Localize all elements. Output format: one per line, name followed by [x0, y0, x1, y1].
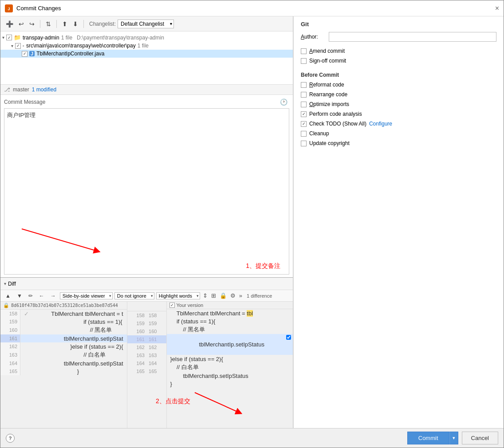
- diff-row: 163 // 白名单: [0, 350, 127, 359]
- tree-item-root-extra: 1 file D:\payment\transpay\transpay-admi…: [61, 35, 164, 41]
- expand-btn[interactable]: ⬇: [71, 20, 80, 28]
- checkbox-root[interactable]: [6, 35, 12, 40]
- diff-two-panel: 🔒 8d610f478b37d14b07c353128ce51ab3be87d5…: [0, 302, 293, 428]
- main-window: J Commit Changes × ➕ ↩ ↪ ⇅ ⬆ ⬇ Changelis…: [0, 0, 504, 448]
- ignore-select[interactable]: Do not ignore: [114, 292, 154, 299]
- tree-item-src[interactable]: ▾ ▪ src\main\java\com\transpay\web\contr…: [0, 42, 293, 50]
- update-copyright-checkbox[interactable]: [301, 141, 307, 146]
- diff-right-row: TblMerchant tblMerchant = tbl: [167, 309, 293, 317]
- rearrange-label: Rearrange code: [309, 91, 347, 98]
- sep2: [56, 20, 57, 28]
- diff-center-gutter: 158 158 159 159 160 160 161 161 162 162 …: [127, 302, 167, 428]
- rearrange-checkbox[interactable]: [301, 92, 307, 98]
- diff-right-row-modified: tblMerchantIp.setIpStatus: [167, 334, 293, 355]
- main-content: ➕ ↩ ↪ ⇅ ⬆ ⬇ Changelist: Default Changeli…: [0, 16, 504, 428]
- diff-left-rows: 158 ✓ TblMerchant tblMerchant = t 159 if…: [0, 310, 127, 375]
- align-btn[interactable]: ⊞: [210, 291, 217, 300]
- commit-btn-group: Commit ▾: [407, 432, 458, 444]
- update-copyright-label: Update copyright: [309, 140, 350, 146]
- reformat-checkbox[interactable]: [301, 82, 307, 88]
- add-btn[interactable]: ➕: [4, 20, 15, 28]
- amend-commit-label: Amend commit: [309, 48, 345, 54]
- checkbox-file[interactable]: [22, 51, 28, 57]
- sign-off-label: Sign-off commit: [309, 58, 346, 64]
- next-diff-btn[interactable]: ▼: [15, 292, 24, 300]
- file-icon: J: [29, 51, 35, 56]
- history-btn[interactable]: 🕐: [278, 98, 289, 106]
- changelist-select[interactable]: Default Changelist: [118, 20, 174, 28]
- diff-header[interactable]: ▾ Diff: [0, 278, 293, 290]
- cleanup-checkbox[interactable]: [301, 131, 307, 137]
- author-input[interactable]: [329, 32, 496, 42]
- diff-toolbar: ▲ ▼ ✏ ← → Side-by-side viewer Do not ign…: [0, 290, 293, 302]
- diff-row: 162 }else if (status == 2){: [0, 342, 127, 350]
- tree-item-src-name: src\main\java\com\transpay\web\controlle…: [26, 43, 136, 49]
- window-title: Commit Changes: [16, 5, 495, 12]
- right-row-checkbox[interactable]: [286, 335, 291, 340]
- diff-row: 164 tblMerchantIp.setIpStat: [0, 359, 127, 367]
- sync-scroll-btn[interactable]: ⇕: [202, 291, 209, 300]
- edit-btn[interactable]: ✏: [26, 292, 35, 300]
- tree-item-root-name: transpay-admin: [23, 35, 59, 41]
- optimize-checkbox[interactable]: [301, 102, 307, 107]
- bottom-bar: ? Commit ▾ Cancel: [0, 428, 504, 448]
- back-btn[interactable]: ←: [37, 292, 47, 300]
- right-header-checkbox[interactable]: [169, 303, 175, 308]
- commit-message-textarea[interactable]: 商户IP管理: [4, 108, 289, 275]
- commit-button[interactable]: Commit: [407, 432, 449, 444]
- folder-icon-root: 📁: [14, 34, 21, 41]
- fwd-btn[interactable]: →: [48, 292, 58, 300]
- perform-analysis-checkbox[interactable]: [301, 111, 307, 117]
- before-commit-title: Before Commit: [301, 72, 496, 78]
- diff-row: 160 // 黑名单: [0, 326, 127, 334]
- amend-commit-row: Amend commit: [301, 48, 496, 54]
- diff-right-side: Your version TblMerchant tblMerchant = t…: [167, 302, 293, 428]
- cleanup-label: Cleanup: [309, 130, 329, 137]
- diff-title: Diff: [8, 281, 16, 287]
- expand-root[interactable]: ▾: [2, 35, 4, 40]
- configure-link[interactable]: Configure: [369, 121, 392, 127]
- cancel-button[interactable]: Cancel: [462, 432, 498, 444]
- check-todo-checkbox[interactable]: [301, 121, 307, 127]
- checkbox-src[interactable]: [15, 43, 21, 49]
- svg-text:J: J: [8, 7, 10, 11]
- tree-item-root[interactable]: ▾ 📁 transpay-admin 1 file D:\payment\tra…: [0, 33, 293, 42]
- perform-analysis-row: Perform code analysis: [301, 111, 496, 117]
- diff-left-side: 🔒 8d610f478b37d14b07c353128ce51ab3be87d5…: [0, 302, 127, 428]
- diff-expand-icon[interactable]: ▾: [4, 281, 6, 286]
- optimize-label: Optimize imports: [309, 101, 349, 107]
- diff-section: ▾ Diff ▲ ▼ ✏ ← → Side-by-side viewer: [0, 277, 293, 428]
- help-button[interactable]: ?: [6, 434, 15, 443]
- expand-src[interactable]: ▾: [11, 43, 13, 48]
- commit-dropdown-button[interactable]: ▾: [449, 432, 458, 444]
- highlight-select[interactable]: Highlight words: [156, 292, 200, 299]
- diff-right-row: tblMerchantIp.setIpStatus: [167, 372, 293, 380]
- right-panel: Git Author: Amend commit Sign-off commit…: [293, 16, 504, 428]
- tree-item-file[interactable]: J TblMerchantIpController.java: [0, 50, 293, 58]
- diff-right-row: }else if (status == 2){: [167, 355, 293, 363]
- amend-commit-checkbox[interactable]: [301, 48, 307, 54]
- bottom-right: Commit ▾ Cancel: [407, 432, 498, 444]
- move-btn[interactable]: ⇅: [44, 20, 53, 28]
- sep3: [83, 20, 84, 28]
- close-button[interactable]: ×: [495, 4, 499, 12]
- redo-btn[interactable]: ↪: [28, 20, 36, 28]
- settings-btn[interactable]: ⚙: [229, 291, 236, 300]
- diff-right-rows: TblMerchant tblMerchant = tbl if (status…: [167, 309, 293, 388]
- sign-off-checkbox[interactable]: [301, 58, 307, 64]
- left-hash: 8d610f478b37d14b07c353128ce51ab3be87d544: [11, 303, 118, 308]
- diff-right-row: }: [167, 380, 293, 388]
- diff-right-row: // 白名单: [167, 363, 293, 372]
- more-btn[interactable]: »: [238, 291, 243, 300]
- diff-count: 1 difference: [247, 293, 272, 299]
- undo-btn[interactable]: ↩: [17, 20, 26, 28]
- ignore-select-wrapper: Do not ignore: [114, 292, 154, 299]
- viewer-select[interactable]: Side-by-side viewer: [60, 292, 113, 299]
- lock-btn[interactable]: 🔒: [219, 291, 228, 300]
- branch-name: master: [13, 86, 29, 93]
- file-tree: ▾ 📁 transpay-admin 1 file D:\payment\tra…: [0, 31, 293, 85]
- commit-message-header: Commit Message 🕐: [4, 98, 289, 106]
- collapse-btn[interactable]: ⬆: [60, 20, 69, 28]
- prev-diff-btn[interactable]: ▲: [3, 292, 13, 300]
- sign-off-row: Sign-off commit: [301, 58, 496, 64]
